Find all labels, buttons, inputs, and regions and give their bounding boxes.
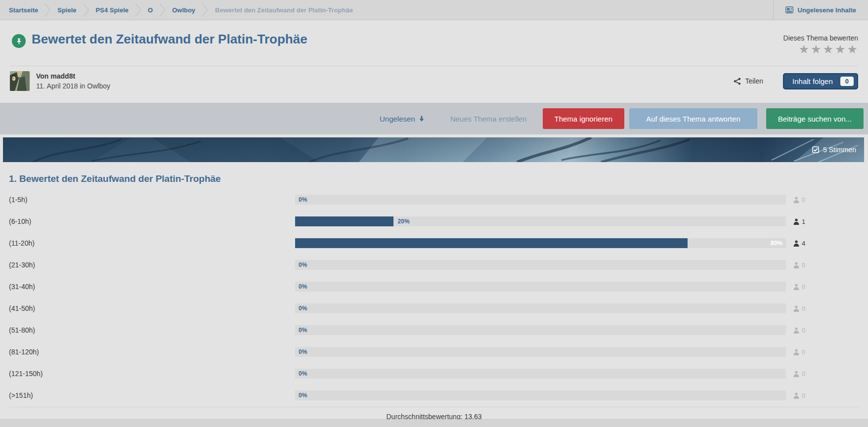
forum-link[interactable]: Owlboy (87, 82, 110, 90)
person-icon (793, 197, 799, 203)
vote-count-value: 0 (802, 392, 805, 399)
poll-option-label: (1-5h) (9, 196, 295, 204)
person-icon (793, 371, 799, 377)
poll-bar-track: 0% (295, 369, 786, 379)
checkbox-checked-icon (812, 146, 819, 153)
poll-bar-track: 0% (295, 260, 786, 270)
poll-bar-fill (295, 238, 688, 248)
ignore-topic-button[interactable]: Thema ignorieren (543, 108, 625, 129)
poll-percent-label: 0% (299, 327, 307, 334)
poll-vote-count[interactable]: 0 (793, 305, 805, 312)
poll-vote-count[interactable]: 0 (793, 348, 805, 356)
chevron-separator-icon (83, 0, 89, 20)
breadcrumb-item[interactable]: PS4 Spiele (89, 0, 135, 20)
game-banner: 5 Stimmen (3, 137, 864, 162)
avatar[interactable] (10, 71, 30, 91)
breadcrumb-item[interactable]: Startseite (9, 0, 44, 20)
unread-content-label: Ungelesene Inhalte (798, 6, 856, 14)
page-end-strip (0, 419, 868, 427)
rating-star-icon[interactable] (797, 43, 810, 56)
vote-count-value: 0 (802, 370, 805, 378)
person-icon (793, 327, 799, 334)
rating-star-icon[interactable] (846, 43, 858, 56)
poll-vote-count[interactable]: 4 (793, 240, 805, 247)
reply-topic-button[interactable]: Auf dieses Thema antworten (629, 108, 757, 129)
person-icon (793, 240, 799, 247)
rating-star-icon[interactable] (822, 43, 834, 56)
poll-vote-count[interactable]: 0 (793, 392, 805, 399)
poll-option-label: (81-120h) (9, 348, 295, 356)
poll-vote-count[interactable]: 1 (793, 218, 805, 225)
share-button[interactable]: Teilen (734, 77, 763, 85)
newspaper-icon (785, 6, 793, 13)
rating-stars (783, 43, 858, 55)
poll-option-label: (11-20h) (9, 239, 295, 247)
unread-jump-link[interactable]: Ungelesen (380, 115, 425, 123)
poll-option-row: (41-50h) 0% 0 (9, 298, 859, 319)
poll-vote-count[interactable]: 0 (793, 370, 805, 378)
person-icon (793, 262, 799, 268)
follow-label: Inhalt folgen (792, 77, 833, 85)
breadcrumb-item[interactable]: Owlboy (166, 0, 202, 20)
poll-percent-label: 0% (299, 283, 307, 290)
poll-bar-track: 0% (295, 303, 786, 313)
share-icon (734, 78, 741, 85)
poll-option-row: (6-10h) 20% 1 (9, 211, 859, 232)
poll-vote-count[interactable]: 0 (793, 327, 805, 334)
poll-option-label: (>151h) (9, 391, 295, 399)
poll-bar-track: 20% (295, 216, 786, 226)
author-name-link[interactable]: madd8t (50, 72, 75, 80)
chevron-separator-icon (135, 0, 141, 20)
poll-options: (1-5h) 0% 0 (6-10h) 20% 1 (11-20h) (9, 189, 859, 406)
author-line: Von madd8t (36, 72, 110, 80)
vote-count-value: 0 (802, 305, 805, 312)
page-title: Bewertet den Zeitaufwand der Platin-Trop… (32, 30, 307, 48)
vote-count-value: 0 (802, 261, 805, 269)
poll-percent-label: 0% (299, 196, 307, 203)
poll-option-label: (121-150h) (9, 370, 295, 378)
poll-section: 1. Bewertet den Zeitaufwand der Platin-T… (0, 162, 868, 421)
poll-percent-label: 20% (398, 218, 410, 225)
poll-percent-label: 0% (299, 305, 307, 312)
unread-content-link[interactable]: Ungelesene Inhalte (773, 0, 868, 20)
topic-header: Bewertet den Zeitaufwand der Platin-Trop… (0, 20, 868, 103)
rating-star-icon[interactable] (810, 43, 822, 56)
breadcrumb-item[interactable]: Spiele (51, 0, 83, 20)
unread-jump-label: Ungelesen (380, 115, 415, 123)
poll-option-row: (31-40h) 0% 0 (9, 276, 859, 298)
poll-vote-count[interactable]: 0 (793, 283, 805, 291)
chevron-separator-icon (202, 0, 208, 20)
share-label: Teilen (745, 77, 763, 85)
rating-star-icon[interactable] (834, 43, 846, 56)
vote-count-value: 1 (802, 218, 805, 225)
poll-bar-track: 0% (295, 325, 786, 335)
pinned-topic-icon (12, 34, 26, 48)
poll-vote-count[interactable]: 0 (793, 196, 805, 204)
poll-option-row: (1-5h) 0% 0 (9, 189, 859, 211)
poll-option-row: (11-20h) 80% 4 (9, 232, 859, 254)
poll-percent-label: 0% (299, 261, 307, 268)
vote-count-value: 0 (802, 348, 805, 356)
follow-content-button[interactable]: Inhalt folgen 0 (783, 73, 858, 89)
poll-bar-track: 0% (295, 195, 786, 205)
poll-option-row: (121-150h) 0% 0 (9, 363, 859, 384)
topic-page: StartseiteSpielePS4 SpieleOOwlboyBewerte… (0, 0, 868, 427)
poll-bar-track: 0% (295, 282, 786, 292)
poll-percent-label: 0% (299, 348, 307, 355)
poll-option-label: (41-50h) (9, 304, 295, 312)
poll-vote-count[interactable]: 0 (793, 261, 805, 269)
breadcrumb-current: Bewertet den Zeitaufwand der Platin-Trop… (208, 0, 360, 20)
follow-count-badge: 0 (840, 77, 854, 86)
poll-option-label: (51-80h) (9, 326, 295, 334)
post-date-line: 11. April 2018 in Owlboy (36, 82, 110, 90)
new-topic-link[interactable]: Neues Thema erstellen (450, 115, 527, 123)
poll-percent-label: 0% (299, 370, 307, 377)
search-posts-button[interactable]: Beiträge suchen von... (766, 108, 864, 129)
person-icon (793, 284, 799, 290)
new-topic-label: Neues Thema erstellen (450, 115, 527, 123)
breadcrumb-item[interactable]: O (141, 0, 159, 20)
poll-bar-track: 0% (295, 390, 786, 400)
topic-action-bar: Ungelesen Neues Thema erstellen Thema ig… (0, 103, 868, 134)
arrow-down-icon (419, 116, 425, 122)
poll-votes-summary[interactable]: 5 Stimmen (812, 146, 856, 154)
